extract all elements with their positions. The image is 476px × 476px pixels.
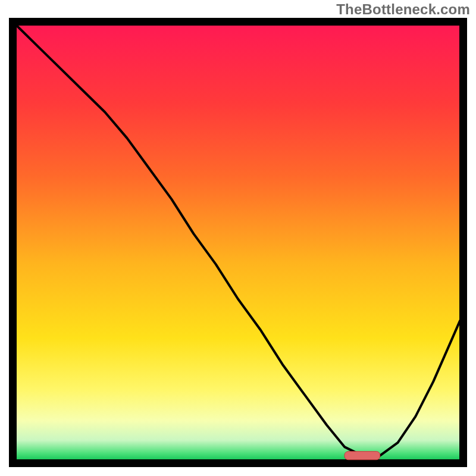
watermark-text: TheBottleneck.com (336, 1, 470, 18)
chart-stage: TheBottleneck.com (0, 0, 476, 476)
plot-area (9, 18, 467, 467)
bottleneck-chart (9, 18, 467, 467)
bottleneck-minimum-marker (345, 452, 380, 460)
